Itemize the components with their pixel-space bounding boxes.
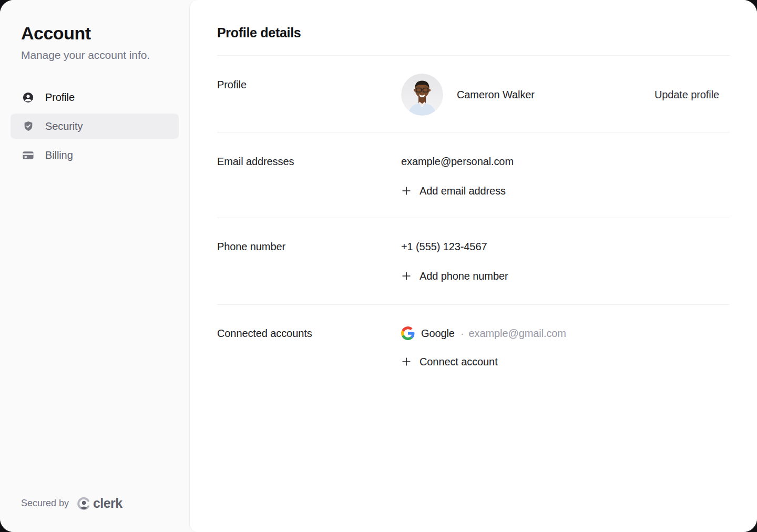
clerk-wordmark: clerk — [93, 496, 122, 511]
phone-number-value: +1 (555) 123-4567 — [401, 239, 730, 254]
email-address-value: example@personal.com — [401, 154, 730, 169]
page-title: Profile details — [217, 0, 730, 40]
plus-icon — [401, 271, 412, 281]
connect-account-button[interactable]: Connect account — [401, 354, 498, 369]
user-icon — [22, 91, 34, 104]
account-modal: Account Manage your account info. Profil… — [0, 0, 757, 532]
connected-account-row: Google · example@gmail.com — [401, 326, 730, 341]
add-email-button[interactable]: Add email address — [401, 183, 506, 198]
google-icon — [401, 326, 415, 340]
dot-separator: · — [461, 326, 464, 341]
avatar — [401, 74, 443, 116]
sidebar-item-label: Billing — [45, 149, 73, 161]
credit-card-icon — [22, 149, 34, 161]
connected-section-label: Connected accounts — [217, 326, 401, 341]
phone-section-label: Phone number — [217, 239, 401, 254]
sidebar-item-label: Profile — [45, 91, 75, 104]
account-title: Account — [21, 23, 179, 44]
email-addresses-section: Email addresses example@personal.com Add… — [217, 132, 730, 218]
clerk-logo-icon — [77, 497, 90, 510]
sidebar: Account Manage your account info. Profil… — [0, 0, 189, 532]
plus-icon — [401, 356, 412, 367]
profile-section: Profile — [217, 56, 730, 132]
connect-account-label: Connect account — [420, 354, 498, 369]
profile-details-panel: Profile details Profile — [189, 0, 757, 532]
profile-section-label: Profile — [217, 74, 401, 92]
profile-row: Cameron Walker Update profile — [401, 74, 730, 116]
add-phone-label: Add phone number — [420, 269, 508, 283]
sidebar-item-security[interactable]: Security — [11, 114, 179, 139]
secured-by-clerk: Secured by clerk — [21, 496, 179, 511]
add-phone-button[interactable]: Add phone number — [401, 269, 508, 283]
sidebar-header: Account Manage your account info. — [21, 23, 179, 62]
shield-check-icon — [22, 120, 34, 132]
email-section-label: Email addresses — [217, 154, 401, 169]
phone-number-section: Phone number +1 (555) 123-4567 Add phone… — [217, 218, 730, 304]
sidebar-item-billing[interactable]: Billing — [11, 142, 179, 168]
sidebar-nav: Profile Security — [11, 85, 179, 168]
add-email-label: Add email address — [420, 183, 506, 198]
account-subtitle: Manage your account info. — [21, 49, 179, 62]
sidebar-item-profile[interactable]: Profile — [11, 85, 179, 110]
provider-email: example@gmail.com — [469, 326, 566, 341]
plus-icon — [401, 186, 412, 196]
provider-name: Google — [421, 326, 455, 341]
connected-accounts-section: Connected accounts Google · example@gmai… — [217, 305, 730, 390]
secured-by-label: Secured by — [21, 498, 69, 509]
sidebar-item-label: Security — [45, 120, 83, 132]
update-profile-button[interactable]: Update profile — [654, 86, 719, 104]
user-name: Cameron Walker — [457, 89, 535, 101]
